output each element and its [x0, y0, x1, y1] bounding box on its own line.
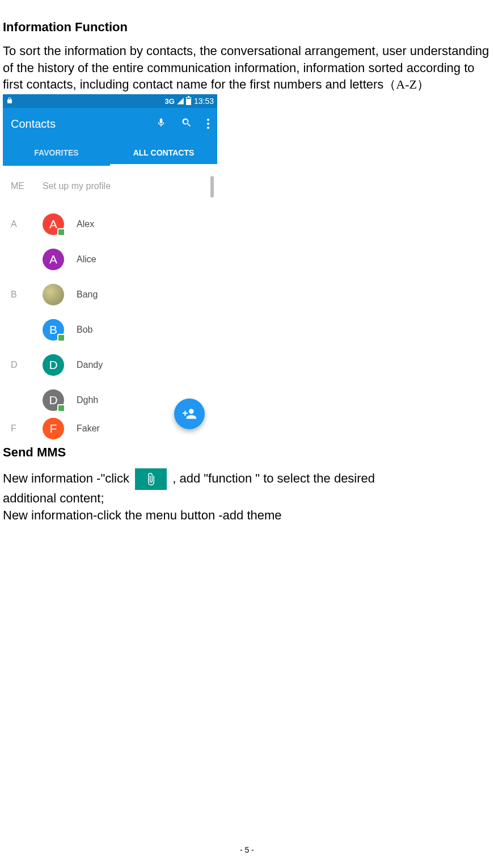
search-icon[interactable] [181, 117, 192, 131]
tab-all-contacts[interactable]: ALL CONTACTS [110, 140, 217, 166]
contact-avatar [43, 284, 64, 305]
mms-line3: New information-click the menu button -a… [3, 507, 491, 524]
sim-badge-icon [57, 334, 65, 342]
contact-row[interactable]: BBang [3, 277, 217, 312]
scrollbar-thumb[interactable] [210, 176, 214, 198]
tabs: FAVORITES ALL CONTACTS [3, 140, 217, 166]
profile-text: Set up my profile [43, 181, 111, 191]
mms-line1-a: New information -"click [3, 471, 133, 485]
section-letter: B [11, 290, 43, 300]
contact-name: Bob [77, 325, 92, 335]
para-az: （A-Z） [383, 77, 429, 91]
contact-name: Alex [77, 219, 94, 229]
app-bar: Contacts [3, 108, 217, 140]
section-letter: D [11, 360, 43, 370]
mic-icon[interactable] [156, 118, 166, 130]
contact-list: ME Set up my profile AAAlexAAliceBBangBB… [3, 166, 217, 442]
app-title: Contacts [11, 118, 156, 131]
contact-name: Dandy [77, 360, 103, 370]
contact-avatar: B [43, 319, 64, 341]
contact-row[interactable]: DDDandy [3, 347, 217, 383]
lock-icon [6, 97, 13, 106]
contact-row[interactable]: BBob [3, 312, 217, 347]
status-bar: 3G 13:53 [3, 94, 217, 108]
attach-icon[interactable] [135, 468, 167, 490]
status-time: 13:53 [194, 97, 214, 106]
contact-avatar: D [43, 389, 64, 411]
mms-line2: additional content; [3, 490, 491, 507]
section-letter: F [11, 423, 43, 434]
contact-name: Bang [77, 290, 98, 300]
phone-screenshot: 3G 13:53 Contacts FAVORITES [3, 94, 217, 442]
info-function-paragraph: To sort the information by contacts, the… [3, 43, 491, 93]
mms-para-1: New information -"click , add "function … [3, 468, 491, 490]
contact-avatar: F [43, 418, 64, 439]
battery-icon [186, 97, 191, 105]
contact-row[interactable]: AAlice [3, 242, 217, 277]
contact-row[interactable]: AAAlex [3, 207, 217, 242]
signal-label: 3G [165, 97, 175, 106]
add-contact-fab[interactable] [174, 399, 205, 429]
sim-badge-icon [57, 228, 65, 236]
contact-name: Alice [77, 254, 96, 265]
contact-name: Dghh [77, 395, 98, 405]
contact-avatar: A [43, 249, 64, 270]
signal-icon [176, 97, 184, 105]
contact-avatar: D [43, 354, 64, 376]
sim-badge-icon [57, 404, 65, 412]
mms-line1-b: , add "function " to select the desired [172, 471, 375, 485]
me-label: ME [11, 181, 43, 191]
section-letter: A [11, 219, 43, 229]
page-number: - 5 - [0, 845, 494, 854]
section-heading-send-mms: Send MMS [3, 445, 491, 460]
section-heading-info-function: Information Function [3, 20, 491, 35]
contact-name: Faker [77, 423, 100, 434]
profile-row[interactable]: ME Set up my profile [3, 166, 217, 207]
contact-avatar: A [43, 213, 64, 235]
overflow-menu-icon[interactable] [207, 119, 209, 129]
tab-favorites[interactable]: FAVORITES [3, 140, 110, 166]
